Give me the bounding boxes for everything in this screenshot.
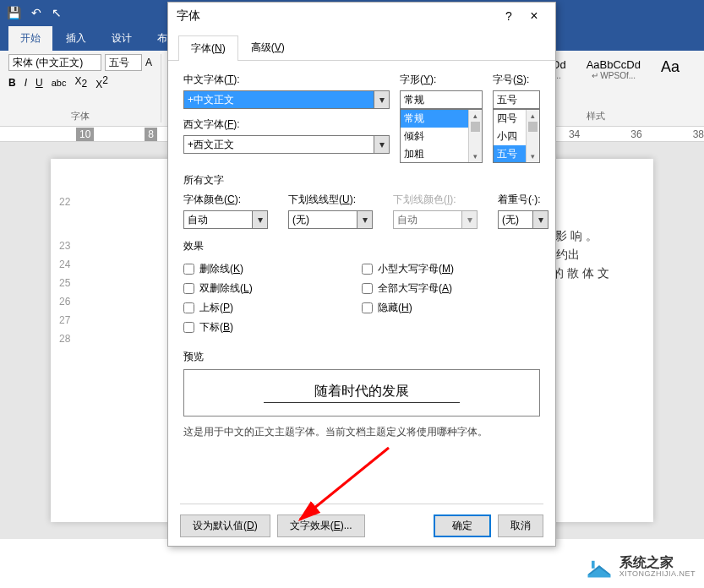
chevron-down-icon: ▾: [461, 211, 477, 228]
tab-home[interactable]: 开始: [8, 26, 52, 51]
size-label: 字号(S):: [493, 73, 540, 87]
cjk-font-combo[interactable]: ▾: [183, 90, 390, 109]
underline-color-combo: 自动 ▾: [393, 210, 478, 229]
chevron-down-icon[interactable]: ▾: [532, 211, 548, 228]
text-effects-button[interactable]: 文字效果(E)...: [277, 514, 365, 537]
chevron-down-icon[interactable]: ▾: [252, 211, 267, 228]
scroll-up-icon[interactable]: ▴: [469, 110, 482, 122]
watermark-text-cn: 系统之家: [619, 556, 696, 569]
scroll-down-icon[interactable]: ▾: [527, 150, 539, 162]
chevron-down-icon[interactable]: ▾: [357, 211, 372, 228]
set-default-button[interactable]: 设为默认值(D): [180, 514, 270, 537]
preview-title: 预览: [183, 350, 540, 364]
cancel-button[interactable]: 取消: [498, 514, 543, 537]
cjk-font-label: 中文字体(T):: [183, 73, 390, 87]
underline-button[interactable]: U: [35, 77, 43, 89]
font-color-combo[interactable]: 自动 ▾: [183, 210, 268, 229]
emphasis-combo[interactable]: (无) ▾: [498, 210, 548, 229]
italic-button[interactable]: I: [25, 77, 27, 89]
font-name-combo[interactable]: [8, 54, 101, 71]
emphasis-label: 着重号(·):: [498, 193, 548, 207]
latin-font-label: 西文字体(F):: [183, 117, 390, 132]
dialog-titlebar[interactable]: 字体 ? ×: [168, 3, 555, 30]
preview-box: 随着时代的发展: [183, 369, 540, 416]
line-numbers: 22 23 24 25 26 27 28: [59, 193, 70, 348]
checkbox-allcaps[interactable]: 全部大写字母(A): [362, 281, 540, 296]
checkbox-hidden[interactable]: 隐藏(H): [362, 301, 540, 315]
dialog-close-button[interactable]: ×: [521, 8, 547, 24]
preview-note: 这是用于中文的正文主题字体。当前文档主题定义将使用哪种字体。: [183, 425, 540, 439]
dialog-title: 字体: [177, 8, 496, 24]
save-icon[interactable]: 💾: [7, 6, 21, 19]
preview-text: 随着时代的发展: [264, 383, 460, 403]
cjk-font-input[interactable]: [184, 94, 374, 106]
checkbox-strikethrough[interactable]: 删除线(K): [183, 262, 362, 276]
cursor-icon[interactable]: ↖: [52, 6, 62, 19]
ribbon-font-label: 字体: [8, 110, 152, 122]
subscript-button[interactable]: X2: [74, 75, 87, 90]
latin-font-input[interactable]: [184, 139, 374, 150]
latin-font-combo[interactable]: ▾: [183, 135, 390, 154]
tab-insert[interactable]: 插入: [54, 26, 98, 51]
underline-style-label: 下划线线型(U):: [288, 193, 373, 207]
dialog-help-button[interactable]: ?: [496, 9, 521, 23]
font-dialog: 字体 ? × 字体(N) 高级(V) 中文字体(T): ▾ 西文字体(F): ▾…: [167, 2, 556, 547]
style-listbox[interactable]: 常规 倾斜 加粗 ▴ ▾: [400, 109, 483, 163]
checkbox-double-strike[interactable]: 双删除线(L): [183, 281, 362, 296]
size-input[interactable]: [493, 90, 540, 109]
chevron-down-icon[interactable]: ▾: [374, 136, 389, 153]
increase-font-icon[interactable]: A: [145, 57, 152, 68]
font-size-combo[interactable]: [105, 54, 142, 71]
all-text-title: 所有文字: [183, 173, 540, 188]
font-color-label: 字体颜色(C):: [183, 193, 268, 207]
style-item[interactable]: Aa: [653, 54, 687, 84]
superscript-button[interactable]: X2: [96, 74, 108, 90]
style-item[interactable]: AaBbCcDd ↵ WPSOf...: [579, 54, 648, 84]
ribbon-group-font: A B I U abc X2 X2 字体: [8, 54, 161, 122]
chevron-down-icon[interactable]: ▾: [374, 91, 389, 108]
bold-button[interactable]: B: [8, 77, 16, 89]
style-input[interactable]: [400, 90, 483, 109]
ok-button[interactable]: 确定: [434, 514, 491, 537]
scroll-up-icon[interactable]: ▴: [527, 110, 539, 122]
watermark-text-en: XITONGZHIJIA.NET: [619, 569, 696, 578]
effects-title: 效果: [183, 239, 540, 253]
dialog-tab-advanced[interactable]: 高级(V): [238, 35, 297, 60]
scroll-thumb[interactable]: [471, 122, 480, 132]
checkbox-superscript[interactable]: 上标(P): [183, 301, 362, 315]
underline-style-combo[interactable]: (无) ▾: [288, 210, 373, 229]
checkbox-subscript[interactable]: 下标(B): [183, 320, 362, 335]
strike-button[interactable]: abc: [52, 78, 67, 88]
tab-design[interactable]: 设计: [100, 26, 144, 51]
scroll-down-icon[interactable]: ▾: [469, 150, 482, 162]
scroll-thumb[interactable]: [528, 122, 538, 132]
watermark-logo-icon: [584, 554, 614, 580]
svg-rect-1: [592, 561, 595, 569]
watermark: 系统之家 XITONGZHIJIA.NET: [584, 554, 696, 580]
scrollbar[interactable]: ▴ ▾: [468, 110, 482, 162]
style-label: 字形(Y):: [400, 73, 483, 87]
scrollbar[interactable]: ▴ ▾: [526, 110, 539, 162]
underline-color-label: 下划线颜色(I):: [393, 193, 478, 207]
dialog-tab-font[interactable]: 字体(N): [178, 35, 238, 61]
dialog-tabs: 字体(N) 高级(V): [168, 30, 555, 61]
checkbox-smallcaps[interactable]: 小型大写字母(M): [362, 262, 540, 276]
undo-icon[interactable]: ↶: [31, 6, 41, 19]
size-listbox[interactable]: 四号 小四 五号 ▴ ▾: [493, 109, 540, 163]
